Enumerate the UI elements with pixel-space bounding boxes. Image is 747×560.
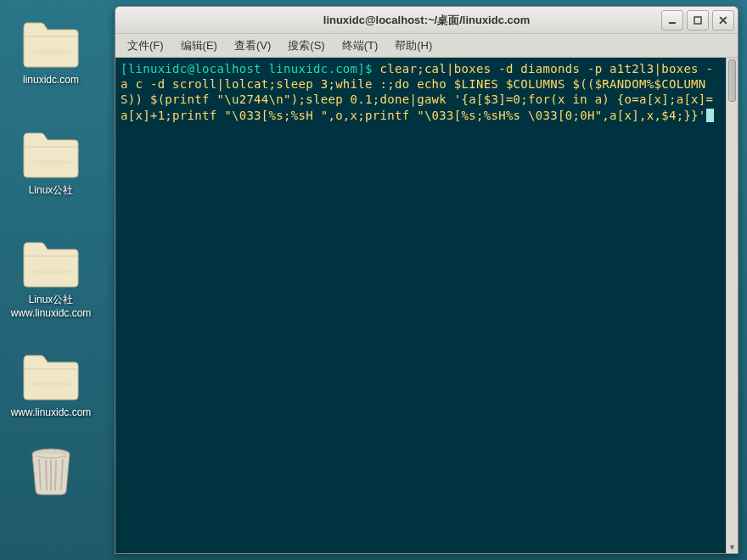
menu-help[interactable]: 帮助(H) (390, 35, 437, 57)
icon-label: Linux公社 (29, 184, 74, 198)
folder-icon (20, 349, 81, 403)
menu-terminal[interactable]: 终端(T) (337, 35, 384, 57)
menubar: 文件(F) 编辑(E) 查看(V) 搜索(S) 终端(T) 帮助(H) (115, 34, 738, 58)
folder-icon (20, 236, 81, 290)
terminal-area: [linuxidc@localhost linuxidc.com]$ clear… (115, 58, 738, 553)
desktop-icon-trash[interactable] (0, 441, 102, 507)
menu-search[interactable]: 搜索(S) (283, 35, 329, 57)
menu-edit[interactable]: 编辑(E) (176, 35, 222, 57)
desktop-icon-folder[interactable]: Linux公社 www.linuxidc.com (0, 232, 102, 324)
menu-view[interactable]: 查看(V) (229, 35, 276, 57)
scrollbar-arrow-down[interactable]: ▼ (727, 541, 738, 553)
terminal-window: linuxidc@localhost:~/桌面/linuxidc.com ✕ 文… (115, 6, 739, 554)
desktop: linuxidc.com Linux公社 Linux公社 www.linuxid… (0, 0, 110, 560)
svg-rect-6 (694, 17, 701, 24)
icon-label: linuxidc.com (23, 74, 79, 87)
trash-icon (24, 445, 78, 500)
icon-label: Linux公社 www.linuxidc.com (4, 294, 98, 320)
svg-point-0 (29, 49, 73, 54)
menu-file[interactable]: 文件(F) (122, 35, 169, 57)
scrollbar-thumb[interactable] (728, 59, 736, 102)
icon-label: www.linuxidc.com (11, 406, 92, 420)
svg-point-2 (29, 269, 73, 274)
close-icon: ✕ (718, 14, 728, 27)
maximize-button[interactable] (687, 10, 709, 31)
terminal-content[interactable]: [linuxidc@localhost linuxidc.com]$ clear… (115, 58, 726, 553)
cursor (706, 109, 714, 122)
scrollbar[interactable]: ▼ (726, 58, 738, 553)
folder-icon (20, 16, 81, 70)
desktop-icon-folder[interactable]: Linux公社 (0, 122, 102, 202)
shell-prompt: [linuxidc@localhost linuxidc.com]$ (121, 62, 380, 76)
minimize-button[interactable] (661, 10, 683, 31)
window-controls: ✕ (661, 10, 734, 31)
folder-icon (20, 126, 81, 181)
svg-point-3 (29, 382, 73, 387)
minimize-icon (668, 16, 677, 25)
svg-point-1 (29, 160, 73, 165)
window-title: linuxidc@localhost:~/桌面/linuxidc.com (323, 13, 530, 28)
titlebar[interactable]: linuxidc@localhost:~/桌面/linuxidc.com ✕ (115, 7, 738, 34)
desktop-icon-folder[interactable]: linuxidc.com (0, 12, 102, 92)
close-button[interactable]: ✕ (712, 10, 734, 31)
desktop-icon-folder[interactable]: www.linuxidc.com (0, 344, 102, 424)
maximize-icon (694, 16, 702, 25)
